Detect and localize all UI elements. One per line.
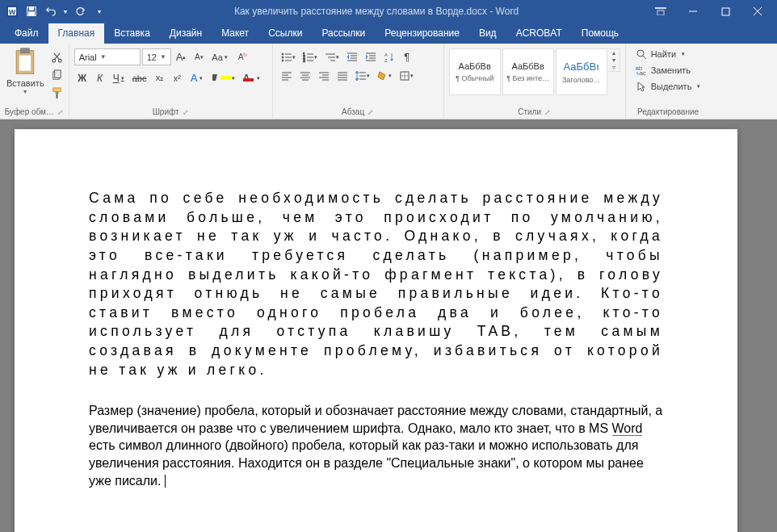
tab-references[interactable]: Ссылки bbox=[258, 23, 312, 44]
cut-icon[interactable] bbox=[49, 50, 65, 65]
qat-customize-icon[interactable]: ▾ bbox=[90, 2, 108, 20]
align-center-icon[interactable] bbox=[296, 67, 314, 84]
grow-font-button[interactable]: A▴ bbox=[173, 48, 190, 65]
title-bar: W ▼ ▾ Как увеличить расстояние между сло… bbox=[0, 0, 777, 23]
svg-rect-13 bbox=[20, 48, 30, 53]
svg-rect-5 bbox=[29, 12, 35, 15]
styles-dialog-icon[interactable]: ⤢ bbox=[544, 108, 551, 116]
font-color-icon[interactable]: A▾ bbox=[240, 69, 264, 86]
style-heading1[interactable]: АаБбВı Заголово… bbox=[556, 48, 607, 95]
svg-point-15 bbox=[52, 59, 56, 62]
bold-button[interactable]: Ж bbox=[74, 69, 90, 86]
svg-text:A: A bbox=[384, 52, 388, 57]
page[interactable]: Сама по себе необходимость сделать расст… bbox=[15, 129, 737, 532]
svg-text:ac: ac bbox=[640, 70, 646, 76]
underline-button[interactable]: Ч▾ bbox=[110, 69, 128, 86]
paragraph-1: Сама по себе необходимость сделать расст… bbox=[89, 189, 663, 379]
increase-indent-icon[interactable] bbox=[362, 48, 380, 65]
svg-rect-20 bbox=[55, 69, 61, 77]
align-right-icon[interactable] bbox=[315, 67, 333, 84]
document-scroll[interactable]: Сама по себе необходимость сделать расст… bbox=[0, 119, 777, 532]
save-icon[interactable] bbox=[23, 2, 40, 20]
sort-icon[interactable]: AZ bbox=[380, 48, 398, 65]
format-painter-icon[interactable] bbox=[49, 86, 65, 100]
align-left-icon[interactable] bbox=[278, 67, 296, 84]
find-button[interactable]: Найти▾ bbox=[632, 47, 688, 61]
borders-icon[interactable]: ▾ bbox=[396, 67, 417, 84]
paragraph-2: Размер (значение) пробела, который и обо… bbox=[89, 402, 663, 489]
justify-icon[interactable] bbox=[334, 67, 351, 84]
svg-line-17 bbox=[55, 52, 61, 59]
tab-file[interactable]: Файл bbox=[5, 23, 48, 44]
undo-dropdown-icon[interactable]: ▼ bbox=[61, 2, 69, 20]
shading-icon[interactable]: ▾ bbox=[374, 67, 395, 84]
font-name-combo[interactable]: Arial▼ bbox=[74, 48, 141, 65]
style-nospacing[interactable]: АаБбВв ¶ Без инте… bbox=[502, 48, 554, 95]
multilevel-icon[interactable]: ▾ bbox=[321, 48, 342, 65]
svg-point-16 bbox=[59, 59, 62, 62]
svg-text:W: W bbox=[9, 8, 16, 16]
paragraph-label: Абзац bbox=[342, 107, 364, 116]
font-dialog-icon[interactable]: ⤢ bbox=[183, 108, 189, 116]
styles-gallery-scroll[interactable]: ▴▾▿ bbox=[609, 48, 620, 72]
change-case-button[interactable]: Aa▾ bbox=[208, 48, 230, 65]
tab-review[interactable]: Рецензирование bbox=[375, 23, 469, 44]
superscript-button[interactable]: x² bbox=[169, 69, 185, 86]
svg-point-26 bbox=[282, 53, 284, 55]
tab-layout[interactable]: Макет bbox=[212, 23, 258, 44]
search-icon bbox=[636, 48, 647, 60]
group-paragraph: ▾ 123▾ ▾ AZ ¶ ▾ ▾ ▾ Абзац⤢ bbox=[273, 44, 444, 119]
tab-help[interactable]: Помощь bbox=[572, 23, 628, 44]
show-marks-icon[interactable]: ¶ bbox=[399, 48, 415, 65]
svg-rect-4 bbox=[29, 7, 33, 10]
spellcheck-underline: Word bbox=[612, 421, 643, 436]
svg-point-28 bbox=[282, 57, 284, 58]
tab-design[interactable]: Дизайн bbox=[160, 23, 212, 44]
svg-point-30 bbox=[282, 60, 284, 61]
shrink-font-button[interactable]: A▾ bbox=[191, 48, 207, 65]
bullets-icon[interactable]: ▾ bbox=[278, 48, 299, 65]
redo-icon[interactable] bbox=[71, 2, 89, 20]
replace-icon: abac bbox=[636, 65, 647, 76]
tab-view[interactable]: Вид bbox=[469, 23, 506, 44]
styles-label: Стили bbox=[518, 107, 541, 116]
undo-icon[interactable] bbox=[42, 2, 60, 20]
editing-label: Редактирование bbox=[637, 107, 699, 116]
svg-rect-14 bbox=[19, 56, 31, 71]
paste-button[interactable]: Вставить ▼ bbox=[3, 45, 48, 96]
clear-formatting-icon[interactable]: A bbox=[233, 48, 251, 65]
group-font: Arial▼ 12▼ A▴ A▾ Aa▾ A Ж К Ч▾ abc x₂ x² … bbox=[69, 44, 273, 119]
tab-home[interactable]: Главная bbox=[48, 23, 105, 44]
style-normal[interactable]: АаБбВв ¶ Обычный bbox=[449, 48, 501, 95]
ribbon: Вставить ▼ Буфер обм…⤢ Arial▼ 12▼ A▴ A▾ … bbox=[0, 44, 777, 119]
replace-button[interactable]: abacЗаменить bbox=[632, 63, 694, 77]
group-editing: Найти▾ abacЗаменить Выделить▾ Редактиров… bbox=[626, 44, 711, 119]
highlight-icon[interactable]: ▾ bbox=[208, 69, 238, 86]
word-icon[interactable]: W bbox=[3, 2, 21, 20]
window-title: Как увеличить расстояние между словами в… bbox=[108, 6, 645, 17]
group-clipboard: Вставить ▼ Буфер обм…⤢ bbox=[0, 44, 69, 119]
font-size-combo[interactable]: 12▼ bbox=[142, 48, 171, 65]
select-button[interactable]: Выделить▾ bbox=[632, 79, 704, 94]
svg-rect-22 bbox=[56, 91, 59, 94]
clipboard-dialog-icon[interactable]: ⤢ bbox=[57, 108, 64, 116]
tab-insert[interactable]: Вставка bbox=[104, 23, 160, 44]
svg-line-76 bbox=[643, 56, 646, 59]
decrease-indent-icon[interactable] bbox=[343, 48, 361, 65]
tab-mailings[interactable]: Рассылки bbox=[312, 23, 375, 44]
minimize-icon[interactable] bbox=[677, 0, 709, 23]
svg-rect-6 bbox=[655, 7, 666, 9]
close-icon[interactable] bbox=[741, 0, 774, 23]
tab-acrobat[interactable]: ACROBAT bbox=[506, 23, 572, 44]
maximize-icon[interactable] bbox=[709, 0, 741, 23]
line-spacing-icon[interactable]: ▾ bbox=[352, 67, 373, 84]
copy-icon[interactable] bbox=[49, 68, 65, 82]
text-effects-icon[interactable]: A▾ bbox=[187, 69, 205, 86]
numbering-icon[interactable]: 123▾ bbox=[300, 48, 321, 65]
ribbon-options-icon[interactable] bbox=[645, 0, 677, 23]
paragraph-dialog-icon[interactable]: ⤢ bbox=[368, 108, 374, 116]
ribbon-tabs: Файл Главная Вставка Дизайн Макет Ссылки… bbox=[0, 23, 777, 44]
strike-button[interactable]: abc bbox=[129, 69, 150, 86]
italic-button[interactable]: К bbox=[92, 69, 108, 86]
subscript-button[interactable]: x₂ bbox=[151, 69, 167, 86]
